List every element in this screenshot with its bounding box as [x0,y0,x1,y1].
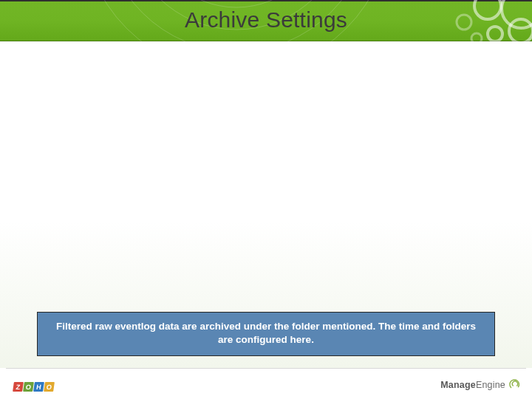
description-text: Filtered raw eventlog data are archived … [48,320,484,347]
slide: Archive Settings Filtered raw eventlog d… [0,0,532,399]
header-top-edge [0,0,532,1]
zoho-logo: Z O H O [13,382,54,392]
manageengine-text-suffix: Engine [476,380,505,390]
description-box: Filtered raw eventlog data are archived … [37,312,495,356]
manageengine-logo: ManageEngine [440,378,522,392]
zoho-tile-z: Z [13,382,24,392]
header-bottom-edge [0,41,532,41]
header-band: Archive Settings [0,0,532,41]
zoho-tile-h: H [33,382,44,392]
zoho-tile-o1: O [23,382,34,392]
manageengine-text-prefix: Manage [440,380,476,390]
footer-bar: Z O H O ManageEngine [0,368,532,399]
zoho-tile-o2: O [44,382,55,392]
footer-divider [6,368,526,369]
manageengine-swirl-icon [508,378,522,392]
page-title: Archive Settings [0,7,532,33]
manageengine-text: ManageEngine [440,380,505,390]
